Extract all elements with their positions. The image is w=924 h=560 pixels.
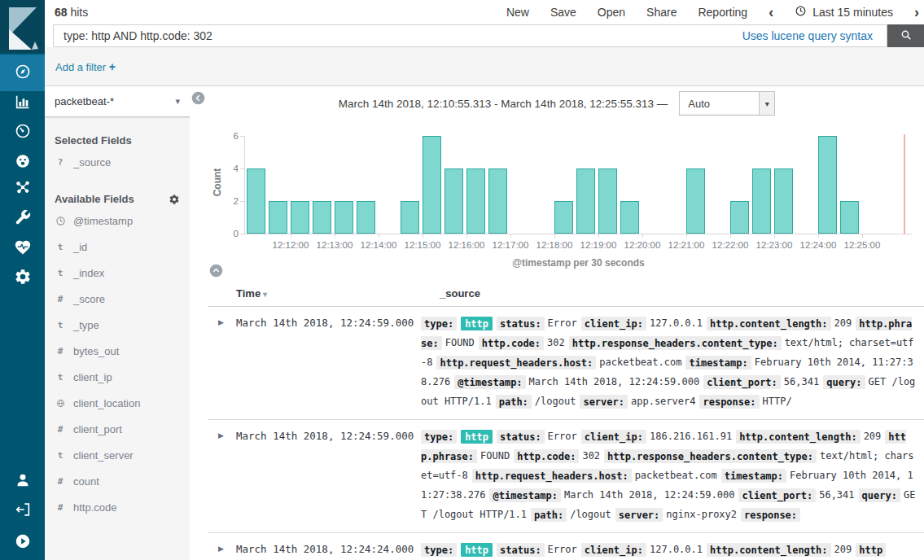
field-item-bytes_out[interactable]: #bytes_out xyxy=(45,339,190,365)
nav-item-logout[interactable] xyxy=(0,496,45,527)
source-field-key: status: xyxy=(497,430,545,444)
column-header-time[interactable]: Time▾ xyxy=(236,287,267,300)
nav-item-visualize[interactable] xyxy=(0,88,45,119)
histogram-bar-12:21:00[interactable] xyxy=(686,168,705,234)
reporting-button[interactable]: Reporting xyxy=(698,6,747,19)
time-back-button[interactable]: ‹ xyxy=(769,5,773,20)
histogram-bar-12:19:00[interactable] xyxy=(598,168,617,234)
chart-header: March 14th 2018, 12:10:55.313 - March 14… xyxy=(190,90,924,117)
source-field-key: http.content_length: xyxy=(707,317,831,330)
histogram-bar-12:12:30[interactable] xyxy=(313,201,331,234)
bar-chart-icon xyxy=(14,93,32,114)
nav-item-discover[interactable] xyxy=(0,55,45,91)
field-item-_score[interactable]: #_score xyxy=(45,287,190,313)
source-field-value: app.server4 xyxy=(631,396,695,407)
source-field-value: 56,341 xyxy=(819,489,854,501)
histogram-bar-12:14:30[interactable] xyxy=(401,201,419,234)
histogram-bar-12:11:00[interactable] xyxy=(247,168,265,234)
histogram-bar-12:18:30[interactable] xyxy=(576,168,595,234)
new-button[interactable]: New xyxy=(506,6,529,19)
expand-row-caret[interactable]: ▶ xyxy=(208,427,236,524)
row-time: March 14th 2018, 12:24:59.000 xyxy=(236,313,421,411)
histogram-bar-12:24:30[interactable] xyxy=(840,201,859,234)
field-item-client_port[interactable]: #client_port xyxy=(45,417,190,443)
field-name: client_ip xyxy=(73,371,112,383)
nav-item-dashboard[interactable] xyxy=(0,117,45,148)
kibana-logo[interactable] xyxy=(0,0,45,53)
source-field-value: packetbeat.com xyxy=(635,470,717,481)
collapse-sidebar-button[interactable] xyxy=(191,91,205,105)
x-tick-label: 12:15:00 xyxy=(405,240,441,250)
collapse-chart-button[interactable] xyxy=(209,264,223,278)
save-button[interactable]: Save xyxy=(550,6,576,19)
histogram-bar-12:15:30[interactable] xyxy=(444,168,463,234)
add-filter-button[interactable]: Add a filter + xyxy=(55,60,116,73)
field-settings-gear-icon[interactable] xyxy=(169,194,180,205)
available-fields-heading: Available Fields xyxy=(55,193,180,205)
row-source: type:httpstatus:Errorclient_ip:127.0.0.1… xyxy=(421,313,919,411)
interval-select[interactable]: Auto ▾ xyxy=(679,91,775,116)
field-item-client_server[interactable]: tclient_server xyxy=(45,443,190,469)
time-forward-button[interactable]: › xyxy=(914,5,919,20)
search-icon xyxy=(900,28,913,44)
x-tick-label: 12:25:00 xyxy=(844,240,881,250)
sort-desc-icon: ▾ xyxy=(263,290,267,299)
share-button[interactable]: Share xyxy=(646,6,677,19)
nav-item-graph[interactable] xyxy=(0,173,45,204)
nav-item-management[interactable] xyxy=(0,263,45,294)
index-pattern-selector[interactable]: packetbeat-* ▾ xyxy=(45,86,190,117)
x-tick-label: 12:24:00 xyxy=(800,240,837,250)
field-item-_index[interactable]: t_index xyxy=(45,260,190,287)
x-tick xyxy=(774,234,775,238)
histogram-bar-12:18:00[interactable] xyxy=(554,201,573,234)
field-name: count xyxy=(73,475,99,488)
field-item-_id[interactable]: t_id xyxy=(45,234,190,260)
source-field-value: 127.0.0.1 xyxy=(650,317,703,329)
histogram-bar-12:19:30[interactable] xyxy=(620,201,639,234)
source-field-value: 56,341 xyxy=(784,376,819,387)
histogram-bar-12:23:00[interactable] xyxy=(774,168,793,234)
field-item-_source[interactable]: ?_source xyxy=(45,150,190,176)
search-button[interactable] xyxy=(887,24,924,47)
expand-row-caret[interactable]: ▶ xyxy=(208,313,236,411)
histogram-bar-12:16:30[interactable] xyxy=(488,168,507,234)
nav-item-dev-tools[interactable] xyxy=(0,203,45,234)
x-tick xyxy=(642,234,643,238)
source-field-value: 186.216.161.91 xyxy=(650,431,732,442)
nav-item-account[interactable] xyxy=(0,466,45,497)
source-field-key: @timestamp: xyxy=(454,375,525,389)
open-button[interactable]: Open xyxy=(598,6,625,19)
field-item-client_ip[interactable]: tclient_ip xyxy=(45,365,190,391)
nav-item-monitoring[interactable] xyxy=(0,234,45,265)
expand-row-caret[interactable]: ▶ xyxy=(208,540,236,559)
y-tick-label: 2 xyxy=(217,196,239,206)
x-axis-line xyxy=(244,234,912,234)
histogram-bar-12:16:00[interactable] xyxy=(466,168,485,234)
kibana-logo-icon xyxy=(0,0,45,53)
source-field-value: HTTP/ xyxy=(763,396,792,407)
logout-icon xyxy=(14,501,32,522)
source-field-key: path: xyxy=(496,395,532,409)
histogram-bar-12:13:30[interactable] xyxy=(357,201,375,234)
source-field-key: http xyxy=(856,543,886,557)
field-item-http.code[interactable]: #http.code xyxy=(45,495,190,521)
field-name: @timestamp xyxy=(73,215,133,227)
histogram-bar-12:15:00[interactable] xyxy=(423,136,441,234)
histogram-bar-12:12:00[interactable] xyxy=(291,201,309,234)
lucene-syntax-link[interactable]: Uses lucene query syntax xyxy=(742,29,873,42)
field-name: _index xyxy=(73,267,104,279)
time-picker-button[interactable]: Last 15 minutes xyxy=(795,5,893,20)
nav-item-collapse-nav[interactable] xyxy=(0,527,45,558)
field-item-@timestamp[interactable]: @timestamp xyxy=(45,208,190,234)
field-item-client_location[interactable]: client_location xyxy=(45,391,190,417)
source-field-key: response: xyxy=(699,395,759,409)
histogram-bar-12:22:00[interactable] xyxy=(730,201,749,234)
histogram-bar-12:24:00[interactable] xyxy=(818,136,837,234)
source-field-value: FOUND xyxy=(445,337,475,348)
field-item-count[interactable]: #count xyxy=(45,469,190,495)
source-field-key: @timestamp: xyxy=(489,488,560,502)
field-item-_type[interactable]: t_type xyxy=(45,313,190,339)
histogram-bar-12:11:30[interactable] xyxy=(269,201,287,234)
histogram-bar-13:13:00[interactable] xyxy=(335,201,353,234)
histogram-bar-12:22:30[interactable] xyxy=(752,168,771,234)
